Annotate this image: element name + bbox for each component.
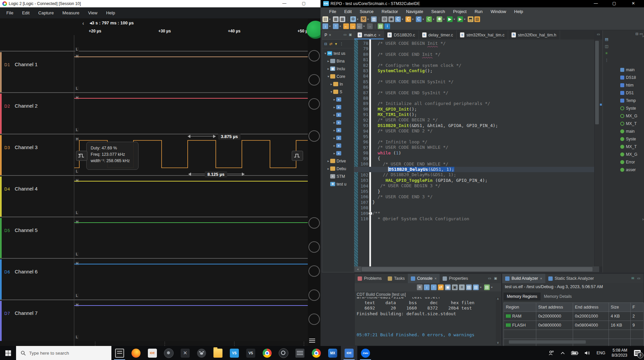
outline-item-htim[interactable]: htim — [620, 81, 644, 89]
outline-item-syste[interactable]: Syste — [620, 104, 644, 112]
outline-item-asser[interactable]: asser — [620, 166, 644, 173]
tab-close-icon[interactable]: × — [540, 276, 542, 280]
info-icon[interactable]: i — [384, 23, 390, 29]
tree-item[interactable]: ▸c — [322, 96, 354, 103]
code-line[interactable]: /* USER CODE END Init */ — [372, 52, 594, 57]
chrome2-icon-button[interactable] — [308, 346, 325, 360]
editor-horizontal-scrollbar[interactable]: ‹ — [354, 266, 599, 272]
vscode-icon-button[interactable]: VS — [226, 346, 243, 360]
outline-view-icon[interactable]: ▤ — [605, 37, 609, 41]
tab-close-icon[interactable]: × — [435, 276, 437, 280]
tree-expander-icon[interactable]: ▸ — [333, 121, 336, 124]
save-all-icon[interactable]: ▩ — [340, 16, 345, 22]
dropdown-caret-icon[interactable]: ▾ — [433, 18, 436, 21]
outline-item-main[interactable]: main — [620, 66, 644, 74]
logic2-waveform-area[interactable]: ‹ ◂3 s : 797 ms : 100 µs +20 µs+30 µs+40… — [0, 18, 308, 346]
logic2-menu-capture[interactable]: Capture — [34, 7, 58, 18]
tab-close-icon[interactable]: × — [378, 33, 380, 37]
editor-vertical-scrollbar[interactable] — [595, 39, 599, 266]
tab-stm32f0xx_hal_tim-h[interactable]: hstm32f0xx_hal_tim.h — [508, 30, 560, 39]
tree-item[interactable]: ▸c — [322, 111, 354, 119]
ide-menu-project[interactable]: Project — [449, 9, 470, 14]
obs-icon-button[interactable] — [275, 346, 292, 360]
tab-DS18B20-c[interactable]: cDS18B20.c — [384, 30, 419, 39]
dropdown-caret-icon[interactable]: ▾ — [480, 286, 483, 289]
taskbar-search-input[interactable]: Type here to search — [16, 346, 111, 360]
code-line[interactable]: } — [372, 189, 594, 194]
ide-maximize-button[interactable]: ▢ — [607, 0, 622, 7]
code-line[interactable]: // DS18B20_DelayMs(&DS1, 1); — [372, 172, 594, 177]
ide-menu-navigate[interactable]: Navigate — [402, 9, 427, 14]
fold-collapse-icon[interactable]: − — [369, 212, 372, 215]
code-line[interactable] — [372, 205, 594, 211]
logic2-menu-help[interactable]: Help — [102, 7, 119, 18]
subtab-memory-details[interactable]: Memory Details — [541, 292, 575, 301]
code-line[interactable]: * @brief System Clock Configuration — [372, 216, 594, 222]
new-cpp-icon[interactable]: C — [405, 16, 411, 22]
tree-expander-icon[interactable]: ▾ — [330, 90, 333, 94]
code-line[interactable]: /* Infinite loop */ — [372, 139, 594, 145]
code-line[interactable]: while (1) — [372, 150, 594, 156]
restore-panel-chevron2-icon[interactable]: › — [642, 217, 644, 222]
logic2-app-icon-button[interactable] — [111, 346, 128, 360]
tab-main-c[interactable]: cmain.c× — [354, 30, 384, 39]
tree-item[interactable]: ▸c — [322, 126, 354, 134]
code-line[interactable]: /* USER CODE BEGIN WHILE */ — [372, 145, 594, 150]
mx-app-icon-button[interactable]: MX — [325, 346, 341, 360]
outline-header-icons[interactable]: ⊟ ▭ — [635, 32, 643, 36]
code-line[interactable]: SystemClock_Config(); — [372, 68, 594, 74]
ide-menu-file[interactable]: File — [325, 9, 340, 14]
subtab-memory-regions[interactable]: Memory Regions — [503, 292, 541, 301]
fwd-orange-icon[interactable]: → — [350, 23, 356, 29]
no-index-icon[interactable]: ⊘ — [382, 16, 387, 22]
v5-app-icon-button[interactable]: V5 — [243, 346, 259, 360]
back-gray-icon[interactable]: ← — [357, 23, 362, 29]
tree-expander-icon[interactable]: ▸ — [333, 98, 336, 101]
view-menu-icon[interactable]: ⋮ — [340, 42, 343, 46]
tabbar-minimize-icon[interactable]: ▭ — [597, 32, 600, 36]
panel-maximize-icon[interactable]: ▣ — [349, 33, 352, 36]
code-line[interactable]: } — [372, 200, 594, 205]
code-line[interactable]: DS18B20_Init(&DS1, &htim1, GPIOA, GPIO_P… — [372, 123, 594, 128]
volume-icon[interactable] — [581, 346, 593, 360]
help-circle-icon[interactable] — [308, 241, 320, 253]
task-icon[interactable]: ▤ — [378, 23, 383, 29]
scroll-up-icon[interactable]: ∧ — [497, 297, 499, 301]
logic2-menu-edit[interactable]: Edit — [18, 7, 34, 18]
channel-row-d1[interactable]: D1Channel 1HL — [0, 51, 308, 92]
logic2-menu-view[interactable]: View — [84, 7, 102, 18]
code-line[interactable]: /* USER CODE BEGIN SysInit */ — [372, 79, 594, 85]
ide-close-button[interactable]: ✕ — [626, 0, 641, 7]
outline-item-mx_t[interactable]: MX_T — [620, 120, 644, 127]
collapse-all-icon[interactable]: ⊟ — [324, 42, 327, 46]
page2-icon[interactable]: ▤ — [473, 284, 479, 290]
console-minimize-icon[interactable]: ▭ — [488, 276, 491, 280]
code-line[interactable]: /* USER CODE END SysInit */ — [372, 90, 594, 96]
notifications-icon[interactable] — [308, 265, 320, 277]
code-line[interactable]: /* USER CODE END 2 */ — [372, 128, 594, 134]
ba-minimize-icon[interactable]: ▭ — [637, 276, 640, 280]
refresh-c-icon[interactable]: C — [426, 16, 432, 22]
save-icon[interactable]: ▦ — [333, 16, 339, 22]
annotations-icon[interactable] — [308, 130, 320, 142]
tree-item[interactable]: ▸c — [322, 134, 354, 142]
tree-expander-icon[interactable]: ▾ — [327, 75, 330, 78]
filter-icon[interactable]: ▼ — [334, 42, 338, 46]
dropdown-caret-icon[interactable]: ▾ — [412, 18, 415, 21]
open-icon[interactable]: ▧ — [474, 16, 480, 22]
paw-app-icon-button[interactable] — [193, 346, 210, 360]
tree-expander-icon[interactable]: ▾ — [324, 51, 327, 55]
console-maximize-icon[interactable]: ▣ — [494, 276, 497, 280]
next-annot-icon[interactable]: ↓ — [323, 23, 328, 29]
code-line[interactable]: /* USER CODE BEGIN 2 */ — [372, 117, 594, 123]
account-circle-icon[interactable] — [308, 314, 320, 325]
tree-expander-icon[interactable]: ▸ — [333, 128, 336, 132]
tree-item[interactable]: ▸c — [322, 142, 354, 149]
code-line[interactable] — [372, 96, 594, 101]
outline-item-mx_g[interactable]: MX_G — [620, 150, 644, 158]
pulse-measure-left-button[interactable] — [76, 151, 87, 161]
scroll-down-icon[interactable]: ∨ — [497, 341, 499, 344]
outline-item-mx_g[interactable]: MX_G — [620, 112, 644, 120]
outline-item-main[interactable]: main — [620, 127, 644, 135]
channel-row-d7[interactable]: D7Channel 7HL — [0, 299, 308, 341]
